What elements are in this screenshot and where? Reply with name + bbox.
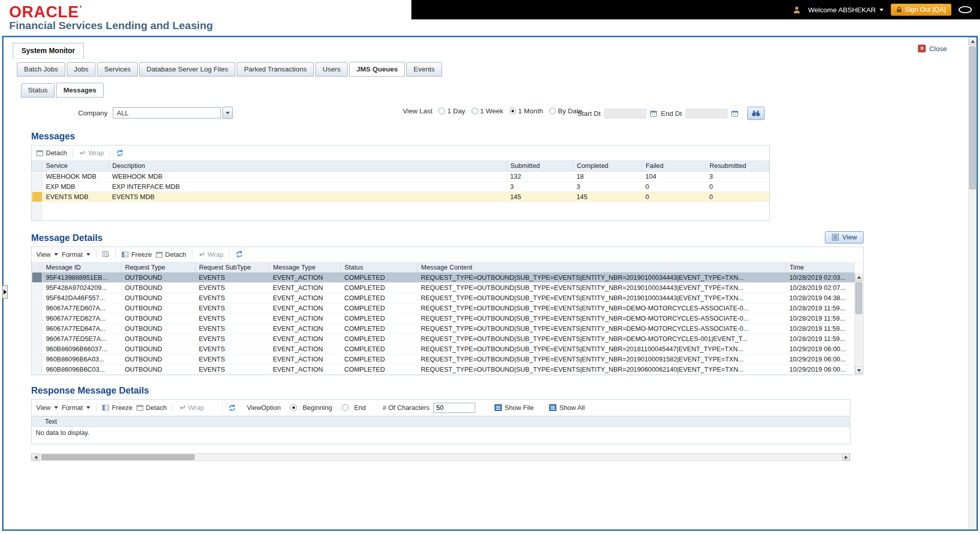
detach-button[interactable]: Detach <box>156 251 186 258</box>
calendar-icon[interactable] <box>650 110 657 117</box>
tab-parked-transactions[interactable]: Parked Transactions <box>237 62 314 77</box>
radio-beginning[interactable] <box>290 404 297 411</box>
scroll-up-button[interactable] <box>969 37 976 45</box>
tab-events[interactable]: Events <box>406 62 442 77</box>
table-row[interactable]: 96067A77ED607A...OUTBOUNDEVENTSEVENT_ACT… <box>32 303 854 313</box>
scroll-up-button[interactable] <box>855 274 863 281</box>
tab-batch-jobs[interactable]: Batch Jobs <box>17 62 65 77</box>
tab-database-server-log-files[interactable]: Database Server Log Files <box>139 62 235 77</box>
table-row[interactable]: 960B86096B6A03...OUTBOUNDEVENTSEVENT_ACT… <box>32 354 854 364</box>
row-gutter[interactable] <box>32 283 42 293</box>
export-icon[interactable] <box>102 251 110 258</box>
row-gutter[interactable] <box>32 181 42 191</box>
tab-users[interactable]: Users <box>315 62 348 77</box>
row-gutter[interactable] <box>32 344 42 354</box>
tab-jms-queues[interactable]: JMS Queues <box>349 62 405 77</box>
sign-out-button[interactable]: Sign Out [QA] <box>891 4 951 16</box>
radio-1-day[interactable] <box>438 108 445 114</box>
h-scroll-track[interactable] <box>39 454 842 460</box>
col-completed[interactable]: Completed <box>573 161 642 171</box>
table-row[interactable]: WEBHOOK MDBWEBHOOK MDB132181043 <box>32 171 769 181</box>
end-dt-input[interactable] <box>685 109 727 118</box>
view-menu[interactable]: View <box>36 404 58 411</box>
detach-button[interactable]: Detach <box>136 404 167 411</box>
welcome-menu[interactable]: Welcome ABSHEKAR <box>808 6 884 14</box>
radio-1-month[interactable] <box>509 108 516 114</box>
tab-jobs[interactable]: Jobs <box>67 62 96 77</box>
table-row[interactable]: 96067A77ED627A...OUTBOUNDEVENTSEVENT_ACT… <box>32 313 854 324</box>
col-text[interactable]: Text <box>32 416 850 427</box>
close-button[interactable]: Close <box>918 44 947 53</box>
show-all-button[interactable]: Show All <box>549 404 585 411</box>
col-status[interactable]: Status <box>341 262 418 273</box>
view-button[interactable]: View <box>825 231 864 244</box>
wrap-button[interactable]: Wrap <box>179 404 204 411</box>
table-row[interactable]: 96067A77ED647A...OUTBOUNDEVENTSEVENT_ACT… <box>32 324 854 334</box>
refresh-icon[interactable] <box>228 404 236 412</box>
row-gutter[interactable] <box>32 324 42 334</box>
calendar-icon[interactable] <box>731 110 739 117</box>
scroll-thumb[interactable] <box>855 282 862 314</box>
row-gutter[interactable] <box>32 273 42 283</box>
radio-end[interactable] <box>342 404 349 411</box>
cell-id: 95F428A97024209... <box>42 283 121 293</box>
cell-req: OUTBOUND <box>121 303 195 313</box>
col-message-id[interactable]: Message ID <box>42 262 121 273</box>
detach-button[interactable]: Detach <box>36 149 67 157</box>
table-row[interactable]: 95F4139888951EB...OUTBOUNDEVENTSEVENT_AC… <box>32 273 854 283</box>
show-file-button[interactable]: Show File <box>494 404 534 411</box>
col-time[interactable]: Time <box>786 262 854 273</box>
h-scroll-thumb[interactable] <box>41 454 194 460</box>
col-failed[interactable]: Failed <box>642 161 706 171</box>
tab-messages[interactable]: Messages <box>56 83 104 98</box>
view-menu[interactable]: View <box>36 251 58 258</box>
row-gutter[interactable] <box>32 354 42 364</box>
row-gutter[interactable] <box>32 293 42 303</box>
tab-services[interactable]: Services <box>97 62 138 77</box>
col-description[interactable]: Description <box>109 161 507 171</box>
row-gutter[interactable] <box>32 313 42 324</box>
splitter-handle[interactable] <box>2 285 8 299</box>
table-row[interactable]: 95F428A97024209...OUTBOUNDEVENTSEVENT_AC… <box>32 283 854 293</box>
tab-status[interactable]: Status <box>21 83 55 98</box>
col-service[interactable]: Service <box>42 161 109 171</box>
radio-1-week[interactable] <box>472 108 478 114</box>
cell-completed: 145 <box>573 191 642 202</box>
col-resubmitted[interactable]: Resubmitted <box>706 161 769 171</box>
table-row[interactable]: 960B86096B6C03...OUTBOUNDEVENTSEVENT_ACT… <box>32 364 854 375</box>
col-request-type[interactable]: Request Type <box>121 262 195 273</box>
refresh-icon[interactable] <box>116 149 124 157</box>
search-button[interactable] <box>747 107 765 120</box>
scroll-right-button[interactable] <box>842 454 850 460</box>
row-gutter[interactable] <box>32 364 42 375</box>
wrap-button[interactable]: Wrap <box>198 251 224 258</box>
dropdown-arrow-icon[interactable] <box>223 107 233 119</box>
row-gutter[interactable] <box>32 303 42 313</box>
freeze-button[interactable]: Freeze <box>121 251 152 258</box>
row-gutter[interactable] <box>32 334 42 344</box>
v-scroll-thumb[interactable] <box>969 46 976 189</box>
wrap-button[interactable]: Wrap <box>79 149 104 157</box>
col-request-subtype[interactable]: Request SubType <box>195 262 270 273</box>
scroll-left-button[interactable] <box>32 454 39 460</box>
col-message-content[interactable]: Message Content <box>418 262 786 273</box>
col-message-type[interactable]: Message Type <box>270 262 341 273</box>
row-gutter[interactable] <box>32 171 42 181</box>
row-gutter[interactable] <box>32 191 42 202</box>
scroll-down-button[interactable] <box>855 367 863 374</box>
company-select[interactable]: ALL <box>113 107 221 118</box>
chars-input[interactable] <box>433 403 475 413</box>
table-row[interactable]: 95F642DA46F557...OUTBOUNDEVENTSEVENT_ACT… <box>32 293 854 303</box>
table-row[interactable]: EVENTS MDBEVENTS MDB14514500 <box>32 191 769 202</box>
freeze-button[interactable]: Freeze <box>102 404 132 411</box>
radio-by-date[interactable] <box>549 108 556 114</box>
table-row[interactable]: 960B86096B66037...OUTBOUNDEVENTSEVENT_AC… <box>32 344 854 354</box>
table-row[interactable]: 96067A77ED5E7A...OUTBOUNDEVENTSEVENT_ACT… <box>32 334 854 344</box>
format-menu[interactable]: Format <box>62 404 90 411</box>
col-submitted[interactable]: Submitted <box>507 161 573 171</box>
table-row[interactable]: EXP MDBEXP INTERFACE MDB3300 <box>32 181 769 191</box>
format-menu[interactable]: Format <box>62 251 90 258</box>
response-details-section: Response Message Details View Format Fre… <box>31 385 976 444</box>
start-dt-input[interactable] <box>604 109 646 118</box>
refresh-icon[interactable] <box>235 250 243 258</box>
